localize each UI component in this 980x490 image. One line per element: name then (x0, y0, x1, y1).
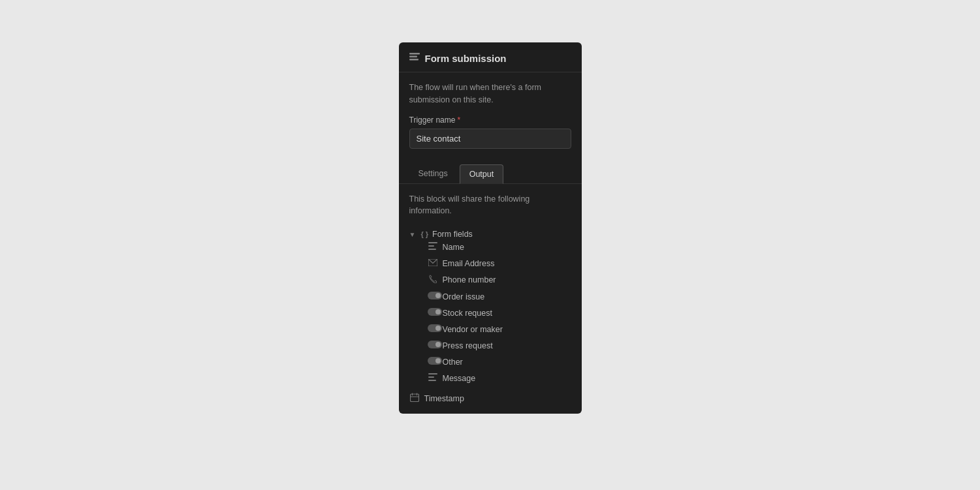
panel-title: Form submission (425, 53, 507, 64)
tree-item-other[interactable]: Other (428, 354, 571, 370)
tabs-row: Settings Output (399, 158, 582, 184)
tree-item-name-label: Name (443, 243, 464, 252)
text-field-icon-message (428, 373, 438, 383)
tree-item-order-issue[interactable]: Order issue (428, 288, 571, 305)
toggle-icon-vendor (428, 324, 438, 334)
form-submission-panel: Form submission The flow will run when t… (399, 42, 582, 414)
toggle-icon-press (428, 341, 438, 350)
svg-rect-4 (428, 245, 434, 247)
tree-item-message[interactable]: Message (428, 370, 571, 386)
tree-item-email-label: Email Address (443, 259, 495, 268)
phone-icon (428, 275, 438, 285)
toggle-icon-order (428, 292, 438, 301)
tree-item-stock-request[interactable]: Stock request (428, 305, 571, 321)
panel-header: Form submission (399, 42, 582, 72)
calendar-icon (409, 393, 420, 404)
svg-rect-5 (428, 249, 436, 250)
svg-rect-2 (409, 59, 419, 61)
timestamp-label: Timestamp (424, 394, 464, 403)
trigger-name-input[interactable] (409, 129, 571, 149)
tab-settings[interactable]: Settings (409, 164, 457, 183)
tree-item-phone-label: Phone number (443, 275, 496, 284)
tree-item-vendor-label: Vendor or maker (443, 325, 503, 334)
tree-item-name[interactable]: Name (428, 239, 571, 255)
toggle-icon-other (428, 357, 438, 367)
braces-icon: { } (420, 230, 428, 238)
tree-item-other-label: Other (443, 358, 463, 367)
form-icon (409, 53, 420, 64)
tree-item-order-issue-label: Order issue (443, 292, 485, 301)
svg-rect-9 (428, 380, 436, 381)
form-fields-header[interactable]: ▼ { } Form fields (409, 230, 571, 239)
output-section: This block will share the following info… (399, 184, 582, 414)
svg-rect-8 (428, 376, 434, 378)
output-tree: ▼ { } Form fields (409, 226, 571, 407)
output-description: This block will share the following info… (409, 193, 571, 218)
svg-rect-10 (410, 394, 419, 402)
form-fields-children: Name Email Address (409, 239, 571, 386)
tree-item-message-label: Message (443, 374, 476, 383)
required-star: * (457, 115, 460, 125)
tree-item-email[interactable]: Email Address (428, 255, 571, 271)
toggle-icon-stock (428, 308, 438, 318)
tree-item-phone[interactable]: Phone number (428, 271, 571, 288)
description-text: The flow will run when there's a form su… (409, 82, 571, 106)
settings-section: The flow will run when there's a form su… (399, 72, 582, 158)
tree-item-vendor[interactable]: Vendor or maker (428, 321, 571, 337)
text-field-icon-name (428, 242, 438, 252)
svg-rect-1 (409, 56, 417, 58)
svg-rect-0 (409, 53, 420, 55)
envelope-icon (428, 258, 438, 268)
form-fields-chevron: ▼ (409, 231, 416, 238)
tree-item-press-request-label: Press request (443, 341, 493, 350)
trigger-name-label: Trigger name * (409, 115, 571, 125)
svg-rect-3 (428, 242, 437, 243)
svg-rect-7 (428, 373, 437, 375)
tree-item-stock-request-label: Stock request (443, 309, 492, 318)
form-fields-label: Form fields (432, 230, 473, 239)
tab-output[interactable]: Output (460, 164, 504, 184)
tree-item-timestamp[interactable]: Timestamp (409, 390, 571, 407)
tree-item-press-request[interactable]: Press request (428, 337, 571, 354)
form-fields-group: ▼ { } Form fields (409, 226, 571, 390)
